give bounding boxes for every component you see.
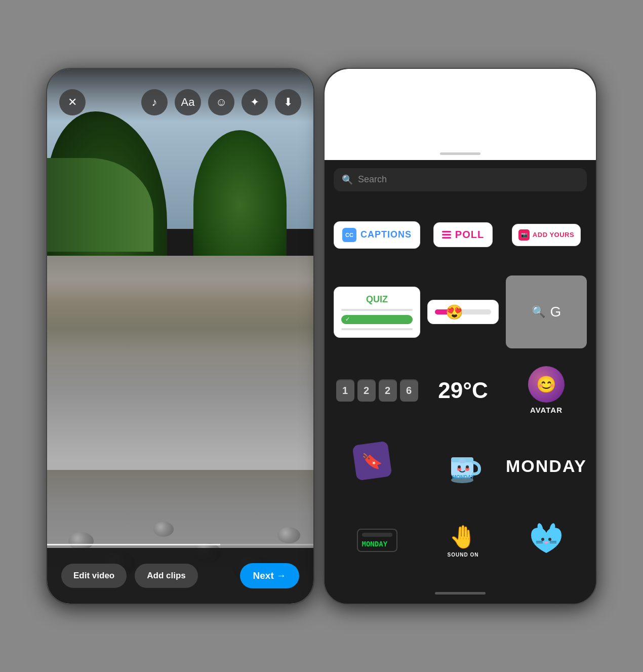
- purple-sticker-emoji: 🔖: [360, 450, 383, 472]
- svg-point-7: [458, 465, 461, 468]
- quiz-inner: QUIZ ✓: [334, 287, 420, 338]
- captions-label: CAPTIONS: [360, 229, 412, 240]
- countdown-digit-2: 2: [357, 379, 376, 402]
- poll-lines-icon: [442, 231, 451, 239]
- next-button[interactable]: Next →: [240, 563, 299, 588]
- temp-label: 29°C: [438, 378, 488, 403]
- poll-inner: POLL: [433, 222, 493, 247]
- progress-bar[interactable]: [47, 544, 313, 545]
- poll-line: [442, 231, 451, 232]
- svg-point-13: [544, 541, 548, 543]
- bunny-sticker[interactable]: [506, 507, 587, 574]
- search-bar[interactable]: 🔍 Search: [334, 168, 587, 191]
- captions-sticker[interactable]: CC CAPTIONS: [334, 202, 420, 269]
- close-button[interactable]: ✕: [59, 89, 86, 115]
- rock: [153, 522, 174, 537]
- svg-point-8: [466, 465, 469, 468]
- purple-sticker[interactable]: 🔖: [334, 432, 420, 500]
- mug-inner: MONDAY: [443, 445, 484, 487]
- monday-text-label: MONDAY: [506, 456, 587, 476]
- countdown-sticker[interactable]: 1 2 2 6: [334, 355, 420, 425]
- quiz-answer: ✓: [341, 315, 413, 324]
- effects-icon: ✦: [250, 96, 259, 109]
- display-top: [362, 533, 392, 537]
- progress-fill: [47, 544, 220, 545]
- video-background: [47, 69, 313, 604]
- search-placeholder: Search: [358, 174, 387, 185]
- avatar-label: AVATAR: [530, 406, 562, 414]
- emoji-slider-sticker[interactable]: 😍: [427, 275, 499, 348]
- sticker-panel: 🔍 Search CC CAPTIONS: [325, 160, 596, 583]
- text-button[interactable]: Aa: [175, 89, 201, 115]
- addyours-inner: 📷 ADD YOURS: [512, 224, 581, 246]
- quiz-sticker[interactable]: QUIZ ✓: [334, 275, 420, 348]
- addyours-label: ADD YOURS: [533, 231, 574, 239]
- monday-text-sticker[interactable]: MONDAY: [506, 432, 587, 500]
- countdown-digit-1: 1: [336, 379, 354, 402]
- left-phone: ✕ ♪ Aa ☺ ✦ ⬇: [46, 68, 314, 605]
- effects-button[interactable]: ✦: [242, 89, 268, 115]
- sticker-grid: CC CAPTIONS POLL: [325, 200, 596, 583]
- download-icon: ⬇: [284, 96, 293, 109]
- close-icon: ✕: [68, 96, 77, 109]
- text-icon: Aa: [181, 96, 195, 109]
- search-g-icon: 🔍: [532, 305, 545, 319]
- slider-track: 😍: [435, 309, 491, 314]
- mug-svg: MONDAY: [443, 445, 484, 485]
- temperature-sticker[interactable]: 29°C: [427, 355, 499, 425]
- sticker-button[interactable]: ☺: [208, 89, 234, 115]
- bunny-inner: [526, 520, 567, 561]
- quiz-check-icon: ✓: [345, 316, 350, 323]
- quiz-label: QUIZ: [341, 294, 413, 305]
- captions-inner: CC CAPTIONS: [334, 221, 420, 249]
- rock: [277, 527, 300, 543]
- sound-on-label: SOUND ON: [448, 552, 479, 558]
- bottom-controls: Edit video Add clips Next →: [47, 548, 313, 604]
- countdown-inner: 1 2 2 6: [336, 379, 418, 402]
- bunny-svg: [526, 520, 567, 561]
- sticker-icon: ☺: [216, 96, 227, 109]
- slider-emoji: 😍: [446, 304, 463, 321]
- home-indicator: [435, 592, 486, 595]
- cc-icon: CC: [342, 228, 356, 242]
- purple-sticker-container: 🔖: [354, 443, 400, 489]
- search-g-label: G: [550, 304, 561, 320]
- edit-video-button[interactable]: Edit video: [61, 564, 127, 588]
- display-box: MONDAY: [357, 529, 397, 552]
- top-toolbar: ✕ ♪ Aa ☺ ✦ ⬇: [47, 69, 313, 122]
- addyours-sticker[interactable]: 📷 ADD YOURS: [506, 202, 587, 269]
- monday-display-inner: MONDAY: [357, 529, 397, 552]
- temp-inner: 29°C: [438, 378, 488, 403]
- download-button[interactable]: ⬇: [275, 89, 301, 115]
- music-icon: ♪: [152, 96, 157, 109]
- poll-label: POLL: [455, 229, 484, 241]
- sound-sticker[interactable]: 🤚 SOUND ON: [427, 507, 499, 574]
- quiz-line-1: [341, 309, 413, 311]
- monday-display-sticker[interactable]: MONDAY: [334, 507, 420, 574]
- avatar-sticker[interactable]: 😊 AVATAR: [506, 355, 587, 425]
- mug-container: MONDAY: [443, 445, 484, 487]
- add-clips-button[interactable]: Add clips: [135, 564, 198, 588]
- poll-line: [442, 237, 451, 239]
- phone-top-white: [325, 69, 596, 160]
- sound-inner: 🤚 SOUND ON: [448, 524, 479, 558]
- avatar-emoji: 😊: [536, 375, 556, 394]
- svg-text:MONDAY: MONDAY: [452, 475, 474, 480]
- avatar-circle: 😊: [528, 366, 565, 403]
- phone-notch: [440, 152, 480, 155]
- camera-icon: 📷: [518, 229, 530, 241]
- poll-sticker[interactable]: POLL: [427, 202, 499, 269]
- music-button[interactable]: ♪: [141, 89, 168, 115]
- mug-sticker[interactable]: MONDAY: [427, 432, 499, 500]
- sound-box: 🤚 SOUND ON: [448, 524, 479, 558]
- countdown-digit-4: 6: [400, 379, 418, 402]
- top-icons-group: ♪ Aa ☺ ✦ ⬇: [141, 89, 301, 115]
- avatar-inner: 😊 AVATAR: [528, 366, 565, 414]
- hand-icon: 🤚: [449, 524, 477, 550]
- quiz-line-2: [341, 328, 413, 330]
- purple-sticker-inner: 🔖: [352, 441, 392, 481]
- emoji-slider-inner: 😍: [427, 300, 499, 324]
- right-phone: 🔍 Search CC CAPTIONS: [324, 68, 597, 605]
- poll-line: [442, 234, 451, 235]
- search-sticker[interactable]: 🔍 G: [506, 275, 587, 348]
